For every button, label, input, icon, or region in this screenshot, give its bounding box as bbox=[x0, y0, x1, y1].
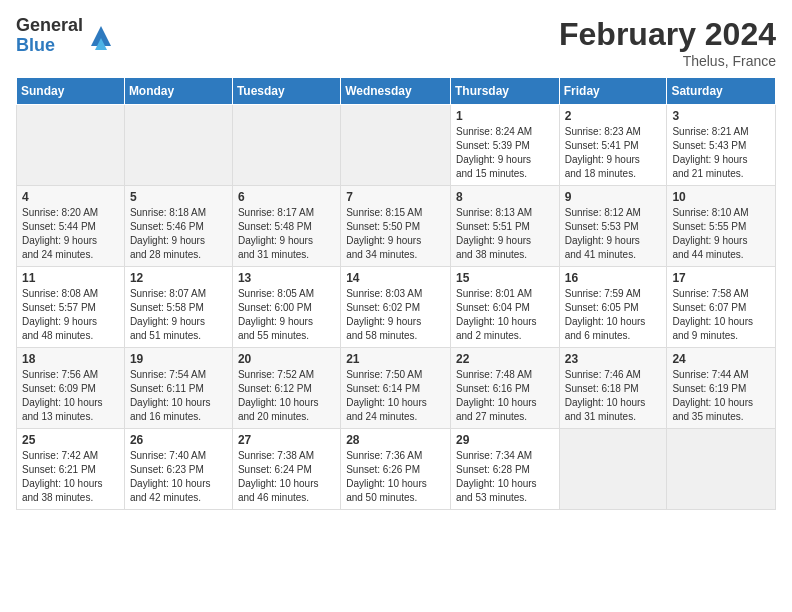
day-cell: 21Sunrise: 7:50 AM Sunset: 6:14 PM Dayli… bbox=[341, 348, 451, 429]
day-cell bbox=[124, 105, 232, 186]
day-info: Sunrise: 8:01 AM Sunset: 6:04 PM Dayligh… bbox=[456, 287, 554, 343]
day-cell: 26Sunrise: 7:40 AM Sunset: 6:23 PM Dayli… bbox=[124, 429, 232, 510]
day-info: Sunrise: 7:38 AM Sunset: 6:24 PM Dayligh… bbox=[238, 449, 335, 505]
logo: General Blue bbox=[16, 16, 115, 56]
day-number: 12 bbox=[130, 271, 227, 285]
week-row-0: 1Sunrise: 8:24 AM Sunset: 5:39 PM Daylig… bbox=[17, 105, 776, 186]
day-info: Sunrise: 8:24 AM Sunset: 5:39 PM Dayligh… bbox=[456, 125, 554, 181]
day-info: Sunrise: 8:18 AM Sunset: 5:46 PM Dayligh… bbox=[130, 206, 227, 262]
day-info: Sunrise: 8:23 AM Sunset: 5:41 PM Dayligh… bbox=[565, 125, 662, 181]
day-info: Sunrise: 8:08 AM Sunset: 5:57 PM Dayligh… bbox=[22, 287, 119, 343]
day-info: Sunrise: 8:07 AM Sunset: 5:58 PM Dayligh… bbox=[130, 287, 227, 343]
header-row: SundayMondayTuesdayWednesdayThursdayFrid… bbox=[17, 78, 776, 105]
week-row-3: 18Sunrise: 7:56 AM Sunset: 6:09 PM Dayli… bbox=[17, 348, 776, 429]
day-number: 7 bbox=[346, 190, 445, 204]
day-cell: 22Sunrise: 7:48 AM Sunset: 6:16 PM Dayli… bbox=[450, 348, 559, 429]
day-info: Sunrise: 7:44 AM Sunset: 6:19 PM Dayligh… bbox=[672, 368, 770, 424]
day-info: Sunrise: 8:12 AM Sunset: 5:53 PM Dayligh… bbox=[565, 206, 662, 262]
day-number: 13 bbox=[238, 271, 335, 285]
day-number: 8 bbox=[456, 190, 554, 204]
day-number: 26 bbox=[130, 433, 227, 447]
header-monday: Monday bbox=[124, 78, 232, 105]
logo-icon bbox=[87, 22, 115, 50]
day-number: 2 bbox=[565, 109, 662, 123]
day-info: Sunrise: 7:58 AM Sunset: 6:07 PM Dayligh… bbox=[672, 287, 770, 343]
calendar-table: SundayMondayTuesdayWednesdayThursdayFrid… bbox=[16, 77, 776, 510]
day-number: 29 bbox=[456, 433, 554, 447]
day-cell: 25Sunrise: 7:42 AM Sunset: 6:21 PM Dayli… bbox=[17, 429, 125, 510]
day-info: Sunrise: 8:17 AM Sunset: 5:48 PM Dayligh… bbox=[238, 206, 335, 262]
page-header: General Blue February 2024 Thelus, Franc… bbox=[16, 16, 776, 69]
day-cell: 4Sunrise: 8:20 AM Sunset: 5:44 PM Daylig… bbox=[17, 186, 125, 267]
day-info: Sunrise: 8:20 AM Sunset: 5:44 PM Dayligh… bbox=[22, 206, 119, 262]
day-cell: 15Sunrise: 8:01 AM Sunset: 6:04 PM Dayli… bbox=[450, 267, 559, 348]
day-cell bbox=[667, 429, 776, 510]
day-number: 17 bbox=[672, 271, 770, 285]
day-number: 3 bbox=[672, 109, 770, 123]
logo-text: General Blue bbox=[16, 16, 83, 56]
day-info: Sunrise: 8:10 AM Sunset: 5:55 PM Dayligh… bbox=[672, 206, 770, 262]
day-cell: 10Sunrise: 8:10 AM Sunset: 5:55 PM Dayli… bbox=[667, 186, 776, 267]
day-cell: 6Sunrise: 8:17 AM Sunset: 5:48 PM Daylig… bbox=[232, 186, 340, 267]
day-cell bbox=[559, 429, 667, 510]
day-info: Sunrise: 8:05 AM Sunset: 6:00 PM Dayligh… bbox=[238, 287, 335, 343]
day-info: Sunrise: 8:13 AM Sunset: 5:51 PM Dayligh… bbox=[456, 206, 554, 262]
day-info: Sunrise: 7:48 AM Sunset: 6:16 PM Dayligh… bbox=[456, 368, 554, 424]
day-info: Sunrise: 7:50 AM Sunset: 6:14 PM Dayligh… bbox=[346, 368, 445, 424]
day-number: 5 bbox=[130, 190, 227, 204]
day-cell: 5Sunrise: 8:18 AM Sunset: 5:46 PM Daylig… bbox=[124, 186, 232, 267]
header-thursday: Thursday bbox=[450, 78, 559, 105]
day-cell: 17Sunrise: 7:58 AM Sunset: 6:07 PM Dayli… bbox=[667, 267, 776, 348]
day-cell: 18Sunrise: 7:56 AM Sunset: 6:09 PM Dayli… bbox=[17, 348, 125, 429]
calendar-body: 1Sunrise: 8:24 AM Sunset: 5:39 PM Daylig… bbox=[17, 105, 776, 510]
header-wednesday: Wednesday bbox=[341, 78, 451, 105]
day-number: 20 bbox=[238, 352, 335, 366]
day-info: Sunrise: 7:40 AM Sunset: 6:23 PM Dayligh… bbox=[130, 449, 227, 505]
day-number: 15 bbox=[456, 271, 554, 285]
day-info: Sunrise: 7:34 AM Sunset: 6:28 PM Dayligh… bbox=[456, 449, 554, 505]
day-cell: 3Sunrise: 8:21 AM Sunset: 5:43 PM Daylig… bbox=[667, 105, 776, 186]
day-info: Sunrise: 7:56 AM Sunset: 6:09 PM Dayligh… bbox=[22, 368, 119, 424]
day-cell: 14Sunrise: 8:03 AM Sunset: 6:02 PM Dayli… bbox=[341, 267, 451, 348]
day-info: Sunrise: 8:03 AM Sunset: 6:02 PM Dayligh… bbox=[346, 287, 445, 343]
day-number: 6 bbox=[238, 190, 335, 204]
day-number: 22 bbox=[456, 352, 554, 366]
day-info: Sunrise: 8:21 AM Sunset: 5:43 PM Dayligh… bbox=[672, 125, 770, 181]
header-saturday: Saturday bbox=[667, 78, 776, 105]
day-info: Sunrise: 7:46 AM Sunset: 6:18 PM Dayligh… bbox=[565, 368, 662, 424]
location: Thelus, France bbox=[559, 53, 776, 69]
day-number: 11 bbox=[22, 271, 119, 285]
day-cell: 24Sunrise: 7:44 AM Sunset: 6:19 PM Dayli… bbox=[667, 348, 776, 429]
title-block: February 2024 Thelus, France bbox=[559, 16, 776, 69]
week-row-1: 4Sunrise: 8:20 AM Sunset: 5:44 PM Daylig… bbox=[17, 186, 776, 267]
day-number: 19 bbox=[130, 352, 227, 366]
month-title: February 2024 bbox=[559, 16, 776, 53]
day-cell: 11Sunrise: 8:08 AM Sunset: 5:57 PM Dayli… bbox=[17, 267, 125, 348]
header-friday: Friday bbox=[559, 78, 667, 105]
day-number: 24 bbox=[672, 352, 770, 366]
calendar-header: SundayMondayTuesdayWednesdayThursdayFrid… bbox=[17, 78, 776, 105]
day-cell: 12Sunrise: 8:07 AM Sunset: 5:58 PM Dayli… bbox=[124, 267, 232, 348]
day-number: 23 bbox=[565, 352, 662, 366]
day-cell: 27Sunrise: 7:38 AM Sunset: 6:24 PM Dayli… bbox=[232, 429, 340, 510]
day-number: 21 bbox=[346, 352, 445, 366]
day-info: Sunrise: 7:59 AM Sunset: 6:05 PM Dayligh… bbox=[565, 287, 662, 343]
logo-general: General bbox=[16, 16, 83, 36]
logo-blue: Blue bbox=[16, 36, 83, 56]
day-cell: 28Sunrise: 7:36 AM Sunset: 6:26 PM Dayli… bbox=[341, 429, 451, 510]
day-cell: 16Sunrise: 7:59 AM Sunset: 6:05 PM Dayli… bbox=[559, 267, 667, 348]
day-cell: 29Sunrise: 7:34 AM Sunset: 6:28 PM Dayli… bbox=[450, 429, 559, 510]
day-cell: 19Sunrise: 7:54 AM Sunset: 6:11 PM Dayli… bbox=[124, 348, 232, 429]
header-tuesday: Tuesday bbox=[232, 78, 340, 105]
day-number: 14 bbox=[346, 271, 445, 285]
day-number: 10 bbox=[672, 190, 770, 204]
day-info: Sunrise: 7:54 AM Sunset: 6:11 PM Dayligh… bbox=[130, 368, 227, 424]
day-number: 16 bbox=[565, 271, 662, 285]
day-cell: 8Sunrise: 8:13 AM Sunset: 5:51 PM Daylig… bbox=[450, 186, 559, 267]
day-number: 1 bbox=[456, 109, 554, 123]
day-cell bbox=[17, 105, 125, 186]
day-number: 9 bbox=[565, 190, 662, 204]
day-number: 4 bbox=[22, 190, 119, 204]
day-info: Sunrise: 8:15 AM Sunset: 5:50 PM Dayligh… bbox=[346, 206, 445, 262]
week-row-2: 11Sunrise: 8:08 AM Sunset: 5:57 PM Dayli… bbox=[17, 267, 776, 348]
